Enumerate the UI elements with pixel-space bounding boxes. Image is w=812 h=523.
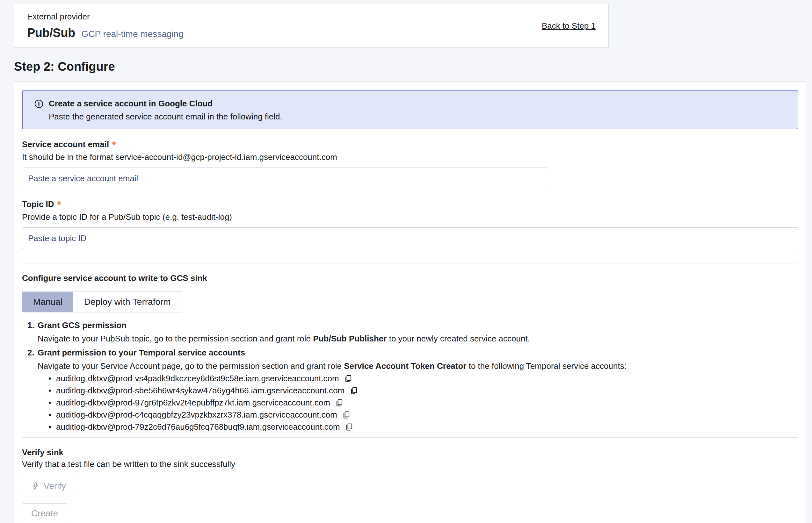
tab-deploy-with-terraform[interactable]: Deploy with Terraform	[73, 292, 182, 312]
info-banner-title: Create a service account in Google Cloud	[49, 99, 213, 109]
service-account-row: • auditlog-dktxv@prod-vs4padk9dkczcey6d6…	[38, 372, 798, 384]
step-text: Navigate to your Service Account page, g…	[38, 361, 344, 371]
tab-manual[interactable]: Manual	[22, 292, 73, 312]
step-text: to your newly created service account.	[387, 334, 530, 343]
info-banner: Create a service account in Google Cloud…	[22, 90, 798, 129]
verify-button-label: Verify	[44, 481, 66, 491]
verify-sink-description: Verify that a test file can be written t…	[22, 459, 798, 469]
step-title: Grant permission to your Temporal servic…	[38, 346, 798, 359]
service-account-email-input[interactable]	[22, 167, 548, 189]
verify-button[interactable]: Verify	[22, 476, 75, 496]
service-account-email: auditlog-dktxv@prod-sbe56h6wr4sykaw47a6y…	[56, 386, 345, 396]
role-name: Service Account Token Creator	[344, 361, 466, 371]
manual-steps: 1. Grant GCS permission Navigate to your…	[22, 319, 798, 433]
provider-name: Pub/Sub	[27, 26, 75, 40]
provider-subtitle: GCP real-time messaging	[82, 29, 183, 39]
service-account-row: • auditlog-dktxv@prod-sbe56h6wr4sykaw47a…	[38, 384, 798, 397]
required-indicator	[57, 201, 61, 205]
service-account-email: auditlog-dktxv@prod-c4cqaqgbfzy23vpzkbxz…	[56, 410, 337, 420]
page-title: Step 2: Configure	[14, 60, 812, 74]
bullet: •	[49, 374, 56, 383]
copy-icon[interactable]	[342, 410, 351, 419]
info-banner-description: Paste the generated service account emai…	[49, 112, 789, 122]
configure-card: Create a service account in Google Cloud…	[14, 81, 806, 523]
back-to-step-1-link[interactable]: Back to Step 1	[542, 21, 596, 31]
copy-icon[interactable]	[335, 398, 344, 408]
step-title: Grant GCS permission	[38, 319, 798, 331]
topic-id-label: Topic ID	[22, 199, 54, 210]
step-number: 1.	[28, 319, 34, 331]
service-account-row: • auditlog-dktxv@prod-79z2c6d76au6g5fcq7…	[38, 421, 798, 433]
bullet: •	[49, 422, 56, 432]
topic-id-input[interactable]	[22, 228, 798, 249]
step-number: 2.	[28, 346, 34, 359]
bullet: •	[49, 386, 56, 396]
service-account-row: • auditlog-dktxv@prod-97gr6tp6zkv2t4epub…	[38, 397, 798, 409]
copy-icon[interactable]	[345, 422, 354, 432]
create-button[interactable]: Create	[22, 503, 67, 523]
service-account-list: • auditlog-dktxv@prod-vs4padk9dkczcey6d6…	[38, 372, 798, 433]
service-account-email: auditlog-dktxv@prod-79z2c6d76au6g5fcq768…	[56, 422, 340, 432]
required-indicator	[112, 141, 116, 145]
step-grant-temporal-permission: 2. Grant permission to your Temporal ser…	[22, 346, 798, 433]
provider-eyebrow: External provider	[27, 12, 183, 22]
step-text: to the following Temporal service accoun…	[466, 361, 626, 371]
section-divider	[22, 437, 798, 438]
configure-method-tabs: Manual Deploy with Terraform	[22, 291, 182, 312]
topic-id-hint: Provide a topic ID for a Pub/Sub topic (…	[22, 212, 798, 222]
verify-sink-title: Verify sink	[22, 447, 798, 458]
configure-section-title: Configure service account to write to GC…	[22, 272, 798, 284]
copy-icon[interactable]	[349, 386, 358, 395]
create-button-label: Create	[31, 508, 58, 519]
copy-icon[interactable]	[343, 374, 353, 383]
provider-card: External provider Pub/Sub GCP real-time …	[14, 4, 609, 48]
step-description: Navigate to your Service Account page, g…	[38, 360, 798, 372]
info-icon	[34, 99, 44, 109]
step-text: Navigate to your PubSub topic, go to the…	[38, 334, 313, 343]
service-account-email: auditlog-dktxv@prod-vs4padk9dkczcey6d6st…	[56, 374, 339, 383]
service-account-row: • auditlog-dktxv@prod-c4cqaqgbfzy23vpzkb…	[38, 409, 798, 421]
zap-icon	[31, 482, 40, 490]
service-account-email: auditlog-dktxv@prod-97gr6tp6zkv2t4epubff…	[56, 398, 330, 408]
role-name: Pub/Sub Publisher	[313, 334, 387, 343]
section-divider	[22, 263, 798, 264]
step-grant-gcs-permission: 1. Grant GCS permission Navigate to your…	[22, 319, 798, 345]
service-account-email-label: Service account email	[22, 139, 109, 150]
bullet: •	[49, 398, 56, 408]
service-account-email-hint: It should be in the format service-accou…	[22, 151, 798, 162]
bullet: •	[49, 410, 56, 420]
step-description: Navigate to your PubSub topic, go to the…	[38, 332, 798, 345]
provider-info: External provider Pub/Sub GCP real-time …	[27, 12, 183, 40]
